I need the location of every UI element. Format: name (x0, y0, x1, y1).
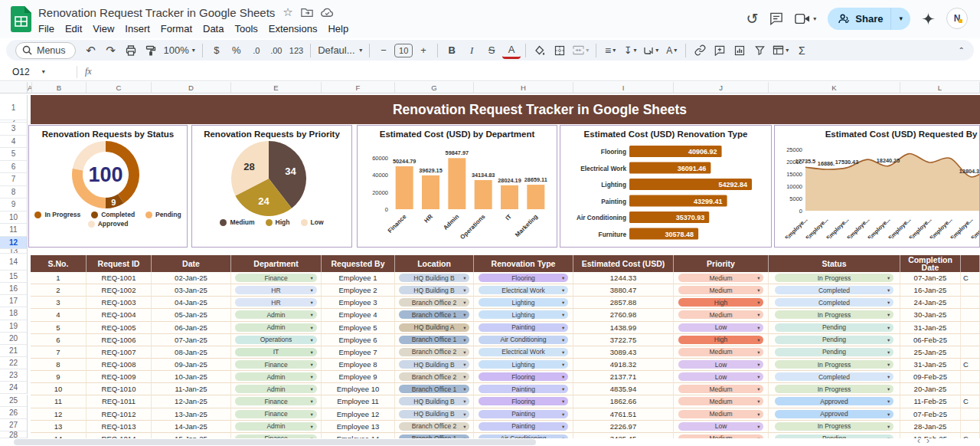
row-header-12[interactable]: 12 (0, 237, 28, 250)
table-cell[interactable]: Employee 4 (322, 309, 395, 321)
table-cell[interactable]: 2137.71 (573, 371, 674, 383)
menu-data[interactable]: Data (198, 21, 229, 36)
chart-status-donut[interactable]: Renovation Requests by Status 9100In Pro… (28, 125, 188, 248)
dropdown-chip[interactable]: Branch Office 1▾ (399, 310, 470, 319)
dropdown-chip[interactable]: Low▾ (678, 422, 764, 431)
dropdown-chip[interactable]: Electrical Work▾ (479, 286, 568, 294)
table-cell[interactable]: 1 (31, 272, 87, 284)
paint-format-button[interactable] (142, 41, 160, 59)
dropdown-chip[interactable]: Approved▾ (775, 397, 894, 405)
font-select[interactable]: Defaul...▾ (315, 41, 364, 59)
row-header-23[interactable]: 23 (0, 369, 28, 382)
dropdown-chip[interactable]: Admin▾ (235, 422, 316, 431)
insert-chart-button[interactable] (730, 41, 749, 59)
strikethrough-button[interactable]: S (482, 41, 501, 59)
italic-button[interactable]: I (462, 41, 481, 59)
dropdown-chip[interactable]: Painting▾ (479, 410, 568, 418)
row-header-28[interactable]: 28 (0, 431, 28, 438)
gemini-sparkle-icon[interactable] (922, 12, 935, 25)
scrollbar-thumb[interactable] (14, 439, 536, 445)
table-cell[interactable] (961, 383, 980, 395)
table-cell[interactable]: REQ-1013 (87, 421, 152, 433)
table-cell[interactable]: 1438.99 (573, 322, 674, 334)
text-wrap-button[interactable]: ▾ (641, 41, 661, 59)
dropdown-chip[interactable]: Admin▾ (235, 323, 316, 332)
column-header-F[interactable]: F (322, 82, 395, 93)
table-cell[interactable]: REQ-1003 (87, 297, 152, 309)
dropdown-chip[interactable]: Low▾ (678, 372, 764, 381)
dropdown-chip[interactable]: Pending▾ (775, 323, 894, 332)
row-header-26[interactable]: 26 (0, 407, 28, 419)
table-cell[interactable]: 05-Jan-25 (152, 309, 231, 321)
table-cell[interactable]: REQ-1004 (87, 309, 152, 321)
column-header-I[interactable]: I (573, 82, 674, 93)
table-cell[interactable] (961, 297, 980, 309)
table-cell[interactable]: 3425.45 (573, 433, 674, 438)
dropdown-chip[interactable]: HQ Building B▾ (399, 286, 470, 294)
table-cell[interactable]: REQ-1005 (87, 322, 152, 334)
format-percent-button[interactable]: % (227, 41, 246, 59)
row-header-20[interactable]: 20 (0, 333, 28, 345)
chart-cost-by-renovation-type[interactable]: Estimated Cost (USD) Renovation Type Flo… (560, 125, 772, 248)
table-cell[interactable]: 3722.75 (573, 334, 674, 346)
dropdown-chip[interactable]: Admin▾ (235, 372, 316, 381)
table-cell[interactable]: 3880.47 (573, 284, 674, 297)
menu-help[interactable]: Help (322, 21, 354, 36)
table-cell[interactable]: Employee 7 (322, 346, 395, 359)
row-header-19[interactable]: 19 (0, 320, 28, 333)
table-cell[interactable]: 12 (31, 408, 87, 421)
dropdown-chip[interactable]: In Progress▾ (775, 385, 894, 393)
table-cell[interactable]: Employee 3 (322, 297, 395, 309)
row-header-9[interactable]: 9 (0, 198, 28, 212)
table-cell[interactable]: REQ-1010 (87, 383, 152, 395)
table-cell[interactable]: 3089.43 (573, 346, 674, 359)
table-cell[interactable]: REQ-1012 (87, 408, 152, 421)
row-header-18[interactable]: 18 (0, 307, 28, 320)
dropdown-chip[interactable]: Pending▾ (775, 336, 894, 344)
insert-link-button[interactable] (691, 41, 709, 59)
dropdown-chip[interactable]: Branch Office 2▾ (399, 422, 470, 431)
table-cell[interactable]: 4835.94 (573, 383, 674, 395)
table-cell[interactable]: 31-Jan-25 (900, 322, 961, 334)
table-cell[interactable]: 12-Feb-25 (900, 433, 961, 438)
dropdown-chip[interactable]: HR▾ (235, 298, 316, 307)
table-cell[interactable]: 20-Jan-25 (900, 383, 961, 395)
dropdown-chip[interactable]: Medium▾ (678, 348, 764, 356)
table-cell[interactable]: 06-Jan-25 (152, 322, 231, 334)
font-size-input[interactable]: 10 (394, 44, 413, 57)
column-header-E[interactable]: E (231, 82, 322, 93)
move-folder-icon[interactable] (301, 7, 313, 18)
table-cell[interactable]: C (961, 433, 980, 438)
row-header-21[interactable]: 21 (0, 345, 28, 357)
collapse-toolbar-icon[interactable]: ⌃ (959, 46, 965, 54)
dropdown-chip[interactable]: Approved▾ (775, 410, 894, 418)
dropdown-chip[interactable]: HQ Building B▾ (399, 274, 470, 282)
table-cell[interactable]: 4 (31, 309, 87, 321)
borders-button[interactable] (550, 41, 569, 59)
menu-format[interactable]: Format (155, 21, 198, 36)
dropdown-chip[interactable]: Finance▾ (235, 410, 316, 418)
share-caret-icon[interactable]: ▾ (891, 15, 910, 22)
table-cell[interactable]: 07-Jan-25 (152, 334, 231, 346)
menu-view[interactable]: View (87, 21, 119, 36)
table-cell[interactable]: 07-Feb-25 (900, 408, 961, 421)
increase-decimals-button[interactable]: .00 (267, 41, 286, 59)
dropdown-chip[interactable]: Branch Office 1▾ (399, 385, 470, 393)
row-header-14[interactable]: 14 (0, 254, 28, 271)
table-cell[interactable]: 11-Jan-25 (152, 383, 231, 395)
table-cell[interactable]: 11-Feb-25 (900, 395, 961, 408)
table-cell[interactable]: 3 (31, 297, 87, 309)
table-cell[interactable]: 06-Feb-25 (900, 334, 961, 346)
table-cell[interactable]: Employee 2 (322, 284, 395, 297)
dropdown-chip[interactable]: Branch Office 2▾ (399, 298, 470, 307)
dropdown-chip[interactable]: Branch Office 2▾ (399, 348, 470, 356)
dropdown-chip[interactable]: Lighting▾ (479, 360, 568, 369)
functions-button[interactable]: Σ (792, 41, 811, 59)
dropdown-chip[interactable]: Completed▾ (775, 298, 894, 307)
table-cell[interactable]: Employee 10 (322, 383, 395, 395)
text-color-button[interactable]: A (502, 41, 521, 59)
table-cell[interactable]: 9 (31, 371, 87, 383)
dropdown-chip[interactable]: Branch Office 1▾ (399, 336, 470, 344)
table-cell[interactable]: 08-Jan-25 (152, 346, 231, 359)
row-header-22[interactable]: 22 (0, 357, 28, 369)
